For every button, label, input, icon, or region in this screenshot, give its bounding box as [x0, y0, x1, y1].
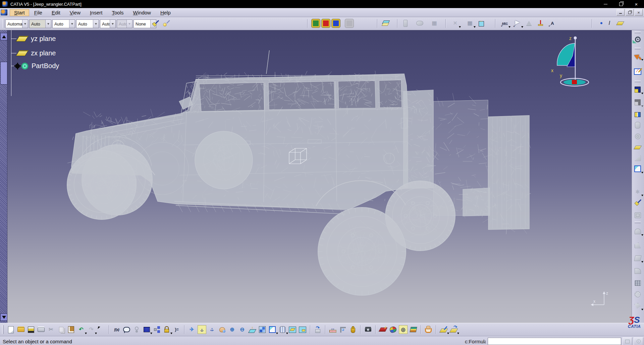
rib-plane-icon[interactable]	[633, 143, 642, 152]
rule-gray-icon[interactable]	[132, 325, 141, 334]
capture-icon[interactable]	[364, 325, 372, 334]
scroll-up-button[interactable]	[0, 33, 7, 40]
paste-icon[interactable]	[67, 325, 75, 334]
dress-up-icon[interactable]	[633, 187, 642, 196]
toolbar-handle[interactable]	[635, 221, 641, 223]
minimize-button[interactable]	[598, 0, 613, 8]
tree-item-yz-plane[interactable]: yz plane	[11, 35, 56, 43]
dropdown-arrow-icon[interactable]	[641, 105, 643, 107]
catalog-camera-blue-icon[interactable]	[331, 19, 340, 28]
toolbar-handle[interactable]	[635, 32, 641, 33]
hide-show-icon[interactable]	[288, 325, 297, 334]
jeep-wireframe-model[interactable]	[0, 30, 632, 323]
light-brush-icon[interactable]	[162, 19, 170, 28]
measure-between-icon[interactable]	[328, 325, 337, 334]
line-icon[interactable]: /	[605, 19, 614, 28]
close-button[interactable]: ×	[629, 0, 644, 8]
menu-view[interactable]: View	[65, 9, 85, 16]
save-icon[interactable]	[26, 325, 35, 334]
redo-icon[interactable]: ↷	[87, 325, 96, 334]
graphic-properties-combo-5[interactable]: Auto	[100, 19, 116, 28]
point-icon[interactable]	[597, 19, 606, 28]
dropdown-arrow-icon[interactable]	[641, 261, 643, 263]
clamp-icon[interactable]	[424, 325, 433, 334]
mdi-close-button[interactable]: ×	[635, 9, 643, 16]
zoom-out-icon[interactable]: ⊖	[238, 325, 247, 334]
power-input-field[interactable]	[488, 338, 621, 345]
menu-file[interactable]: File	[30, 9, 47, 16]
menu-help[interactable]: Help	[156, 9, 175, 16]
rotate-icon[interactable]	[218, 325, 226, 334]
knowledge-bubble-icon[interactable]	[122, 325, 131, 334]
zoom-in-icon[interactable]: ⊕	[228, 325, 236, 334]
dropdown-arrow-icon[interactable]	[521, 26, 523, 28]
design-table-icon[interactable]	[142, 325, 151, 334]
drafted-pad-icon[interactable]	[633, 98, 642, 107]
undo-icon[interactable]: ↶	[77, 325, 86, 334]
select-cursor-icon[interactable]	[633, 52, 642, 60]
combo-dropdown-arrow[interactable]	[69, 20, 75, 28]
dropdown-arrow-icon[interactable]	[459, 26, 461, 28]
cut-icon[interactable]: ✂	[47, 325, 55, 334]
menu-start[interactable]: Start	[10, 9, 29, 16]
pattern-icon[interactable]	[633, 279, 642, 287]
table-gray-icon[interactable]: ▦	[466, 19, 474, 28]
scrollbar-thumb[interactable]	[0, 62, 7, 85]
datum-axis-icon[interactable]	[536, 19, 545, 28]
copy-icon[interactable]	[57, 325, 65, 334]
flag-note-icon[interactable]	[513, 19, 522, 28]
toolbar-handle[interactable]	[635, 48, 641, 49]
new-document-icon[interactable]	[6, 325, 15, 334]
combo-dropdown-arrow[interactable]	[45, 20, 51, 28]
3d-viewport[interactable]: yz planezx planePartBody z x y z	[0, 30, 632, 323]
catalog-camera-gray-icon[interactable]	[345, 19, 354, 28]
dialog-toggle-button[interactable]	[623, 337, 632, 345]
print-icon[interactable]	[37, 325, 45, 334]
pan-icon[interactable]	[208, 325, 216, 334]
text-with-leader-icon[interactable]	[500, 19, 509, 28]
dropdown-arrow-icon[interactable]	[641, 309, 643, 310]
extrude-gray-icon[interactable]	[401, 19, 410, 28]
circular-pattern-icon[interactable]	[633, 290, 642, 299]
multi-view-icon[interactable]	[258, 325, 267, 334]
graphic-properties-combo-6[interactable]: Auto	[117, 19, 132, 28]
structure-icon[interactable]	[152, 325, 161, 334]
fillet-icon[interactable]	[633, 227, 642, 236]
menu-edit[interactable]: Edit	[47, 9, 65, 16]
toolbar-handle[interactable]	[2, 325, 4, 334]
annotation-a-icon[interactable]	[548, 19, 557, 28]
dropdown-arrow-icon[interactable]	[641, 59, 643, 61]
layer-filter-icon[interactable]	[409, 325, 418, 334]
shaft-icon[interactable]	[633, 121, 642, 130]
paint-feature-icon[interactable]	[633, 198, 642, 207]
equivalent-dimensions-icon[interactable]	[172, 325, 181, 334]
swap-visible-space-icon[interactable]	[298, 325, 307, 334]
shell-icon[interactable]	[633, 266, 642, 275]
mass-properties-icon[interactable]	[348, 325, 357, 334]
analysis-map-icon[interactable]	[389, 325, 397, 334]
combo-dropdown-arrow[interactable]	[110, 20, 115, 28]
chamfer-icon[interactable]	[633, 241, 642, 250]
menu-tools[interactable]: Tools	[108, 9, 128, 16]
dropdown-arrow-icon[interactable]	[641, 195, 643, 196]
expand-icon[interactable]	[15, 64, 20, 68]
tree-item-partbody[interactable]: PartBody	[11, 62, 59, 70]
normal-view-icon[interactable]	[248, 325, 257, 334]
tree-scrollbar[interactable]	[0, 30, 7, 323]
workbench-gear-icon[interactable]	[633, 35, 642, 44]
painter-icon[interactable]	[151, 19, 160, 28]
measure-square-icon[interactable]	[477, 19, 486, 28]
3d-compass[interactable]: z x y	[548, 33, 592, 88]
catalog-target-icon[interactable]	[399, 325, 408, 334]
iso-view-icon[interactable]	[268, 325, 277, 334]
dropdown-arrow-icon[interactable]	[641, 234, 643, 236]
dropdown-arrow-icon[interactable]	[457, 333, 459, 334]
render-style-icon[interactable]	[278, 325, 287, 334]
measure-item-icon[interactable]	[338, 325, 347, 334]
surfaces-icon[interactable]	[381, 19, 390, 28]
rotation-icon[interactable]	[313, 325, 322, 334]
dropdown-arrow-icon[interactable]	[508, 26, 511, 28]
pocket-icon[interactable]	[633, 211, 642, 219]
graphic-properties-combo-4[interactable]: Auto	[76, 19, 99, 28]
plane-yellow-icon[interactable]	[616, 19, 625, 28]
